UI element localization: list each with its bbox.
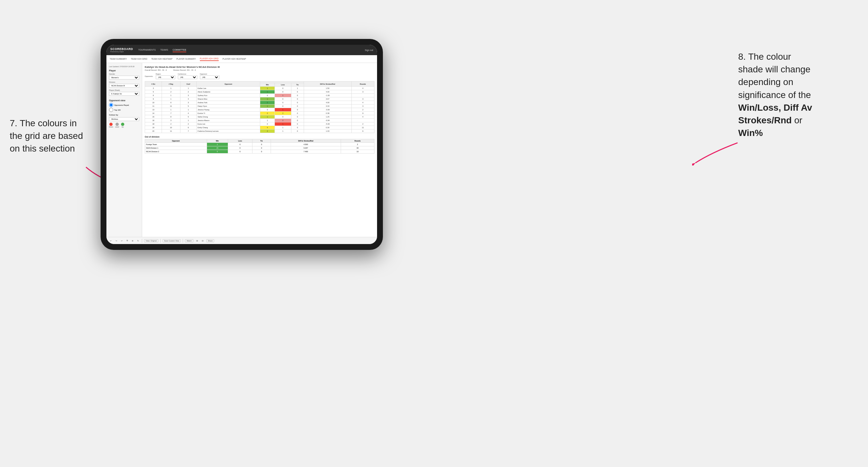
col-div: # Div [145, 82, 162, 87]
sub-nav: TEAM SUMMARY TEAM H2H GRID TEAM H2H HEAT… [106, 55, 377, 63]
table-row: 11 11 5 Heeju Hyun 1 0 0 3.33 3 [145, 104, 374, 108]
logo-text: SCOREBOARD [110, 48, 133, 51]
subnav-team-summary[interactable]: TEAM SUMMARY [110, 57, 127, 61]
table-row: 9 1 4 Sharon Mun 1 0 0 3.67 3 [145, 97, 374, 101]
overall-record-label: Overall Record: 353 - 34 - 6 [145, 69, 167, 71]
toolbar-refresh[interactable]: ↻ [136, 239, 140, 242]
table-row: 15 8 5 Stella Cheng 1 0 0 1.25 4 [145, 115, 374, 119]
toolbar-sep1 [142, 239, 142, 243]
col-loss: Loss [275, 83, 291, 87]
toolbar-redo2[interactable]: ↩ [120, 239, 124, 242]
colour-dot-level [116, 123, 119, 126]
filter-opponent-select[interactable]: (All) [200, 75, 219, 79]
col-ood-diff: Diff Av Strokes/Rnd [271, 139, 341, 143]
table-row: 19 10 6 Emily Chang 4 1 0 0.30 11 [145, 126, 374, 129]
toolbar-icon2[interactable]: ⊟ [201, 239, 205, 242]
table-row: 13 1 1 Jessica Huang 0 1 0 -3.00 2 [145, 108, 374, 112]
toolbar-paste[interactable]: ⊕ [131, 239, 134, 242]
col-ood-loss: Loss [228, 139, 252, 143]
top-nav: SCOREBOARD Powered by clippd TOURNAMENTS… [106, 45, 377, 55]
ood-row: NCAA Division 2 5 0 0 7.400 10 [145, 150, 374, 154]
toolbar-copy[interactable]: ⧉ [126, 239, 129, 242]
toolbar-sep3 [183, 239, 183, 243]
table-row: 16 3 1 Jessica Mason 1 2 0 -0.94 [145, 119, 374, 122]
table-row: 5 2 2 Alexis Sudjianto 1 0 0 4.00 3 [145, 90, 374, 94]
toolbar-view-original[interactable]: View: Original [144, 239, 158, 242]
toolbar-redo[interactable]: ↪ [115, 239, 118, 242]
subnav-team-h2h-grid[interactable]: TEAM H2H GRID [131, 57, 147, 61]
sidebar-player-rank-select[interactable]: 8. Katelyn Vo [109, 92, 139, 96]
sidebar-colour-by-select[interactable]: Win/loss [109, 117, 139, 121]
table-row: 3 1 1 Esther Lee 1 0 1 1.50 4 [145, 87, 374, 90]
toolbar-share[interactable]: Share [206, 239, 215, 242]
col-conf: Conf [180, 82, 196, 87]
out-of-division-header: Out of division [145, 136, 374, 138]
annotation-left: 7. The colours in the grid are based on … [10, 117, 97, 155]
col-win: Win [260, 83, 275, 87]
col-ood-win: Win [207, 139, 228, 143]
colour-up-label: Up [122, 126, 124, 128]
tablet-frame: SCOREBOARD Powered by clippd TOURNAMENTS… [101, 39, 383, 250]
sidebar-gender-select[interactable]: Women's [109, 75, 139, 80]
subnav-player-h2h-grid[interactable]: PLAYER H2H GRID [200, 57, 219, 61]
table-row: 20 11 7 Federica Domecq Lacroze 2 1 0 1.… [145, 129, 374, 133]
sidebar-colour-by-title: Colour by [109, 114, 139, 116]
subnav-player-h2h-heatmap[interactable]: PLAYER H2H HEATMAP [223, 57, 246, 61]
ood-row: Foreign Team 1 0 0 4.500 2 [145, 143, 374, 146]
filter-row: Opponents: Region (All) Conference (All) [145, 73, 374, 79]
col-diff-av: Diff Av Strokes/Rnd [304, 82, 351, 87]
col-ood-opponent: Opponent [145, 139, 207, 143]
table-row: 10 6 3 Andrea York 2 0 0 4.00 4 [145, 101, 374, 104]
sidebar-gender-label: Gender [109, 73, 139, 75]
colour-indicators: Down Level Up [109, 123, 139, 128]
logo-area: SCOREBOARD Powered by clippd [110, 48, 133, 53]
sidebar-player-title: Player [109, 69, 139, 72]
subnav-player-summary[interactable]: PLAYER SUMMARY [177, 57, 196, 61]
col-opponent: Opponent [197, 82, 260, 87]
division-record-label: Division Record: 331 - 34 - 6 [173, 69, 196, 71]
toolbar-sep2 [160, 239, 161, 243]
sidebar-opponent-view-title: Opponent view [109, 99, 139, 101]
annotation-right: 8. The colour shade will change dependin… [738, 50, 862, 139]
table-row: 6 1 3 Sydney Kuo 0 1 0 -1.00 [145, 94, 374, 97]
ood-row: NAIA Division 1 15 0 0 9.267 30 [145, 146, 374, 150]
toolbar-undo[interactable]: ↩ [109, 239, 113, 242]
left-sidebar: Last Updated: 27/03/2024 16:55:38 Player… [106, 63, 142, 237]
nav-right: Sign out [365, 49, 373, 51]
subnav-team-h2h-heatmap[interactable]: TEAM H2H HEATMAP [151, 57, 173, 61]
filter-conference-group: Conference (All) [178, 73, 197, 79]
right-content: Katelyn Vo Head-to-Head Grid for Women's… [142, 63, 377, 237]
sidebar-player-rank-label: Player (Rank) [109, 89, 139, 91]
filter-region-group: Region (All) [156, 73, 175, 79]
colour-down-label: Down [109, 126, 113, 128]
col-reg: # Reg [162, 82, 180, 87]
table-row: 14 7 4 Eunice Yi 2 2 0 0.38 9 [145, 112, 374, 115]
col-tie: Tie [291, 83, 304, 87]
sidebar-division-select[interactable]: NCAA Division III [109, 84, 139, 88]
colour-dot-up [121, 123, 124, 126]
nav-tournaments[interactable]: TOURNAMENTS [138, 48, 156, 52]
right-arrow [692, 139, 741, 165]
bottom-toolbar: ↩ ↪ ↩ ⧉ ⊕ ↻ View: Original Save Custom V… [106, 237, 377, 244]
radio-top-100[interactable]: Top 100 [109, 108, 139, 112]
tablet-screen: SCOREBOARD Powered by clippd TOURNAMENTS… [106, 45, 377, 244]
record-row: Overall Record: 353 - 34 - 6 Division Re… [145, 69, 374, 71]
col-ood-rounds: Rounds [341, 139, 374, 143]
radio-opponents-played[interactable]: Opponents Played [109, 103, 139, 107]
filter-opponents: Opponents: [145, 75, 153, 77]
logo-sub: Powered by clippd [110, 51, 133, 53]
filter-region-select[interactable]: (All) [156, 75, 175, 79]
toolbar-save-custom-view[interactable]: Save Custom View [162, 239, 181, 242]
nav-committee[interactable]: COMMITTEE [173, 48, 186, 52]
out-of-div-table: Opponent Win Loss Tie Diff Av Strokes/Rn… [145, 139, 374, 154]
main-h2h-table: # Div # Reg Conf Opponent Diff Av Stroke… [145, 81, 374, 133]
sidebar-radio-group: Opponents Played Top 100 [109, 103, 139, 112]
filter-conference-select[interactable]: (All) [178, 75, 197, 79]
col-rounds: Rounds [351, 82, 374, 87]
table-row: 18 2 2 Euna Lee 0 1 0 -5.00 2 [145, 122, 374, 126]
toolbar-icon1[interactable]: ⊞ [195, 239, 199, 242]
nav-teams[interactable]: TEAMS [160, 48, 168, 52]
toolbar-watch[interactable]: Watch [185, 239, 193, 242]
filter-opponent-group: Opponent (All) [200, 73, 219, 79]
sign-out-link[interactable]: Sign out [365, 49, 373, 51]
